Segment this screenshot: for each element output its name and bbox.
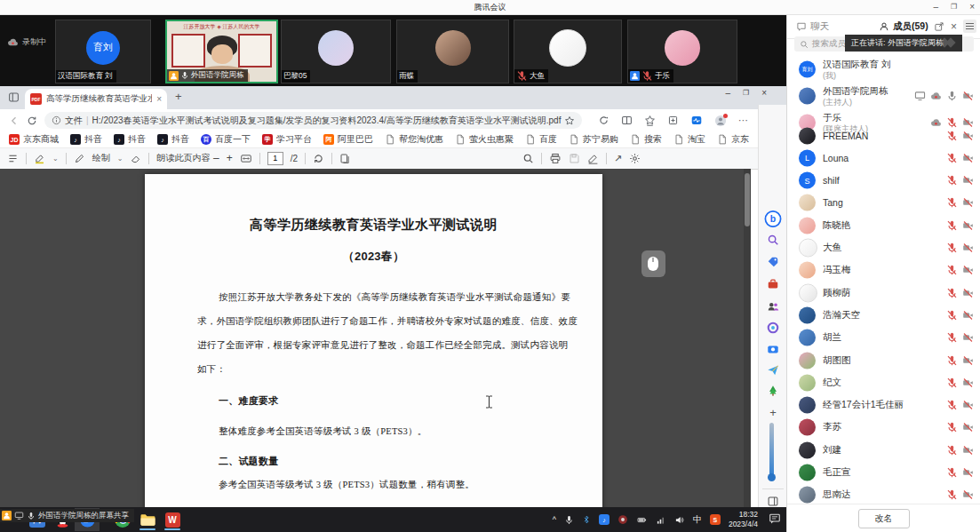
- people-icon[interactable]: [767, 300, 779, 313]
- panel-menu-icon[interactable]: [963, 20, 976, 33]
- taskbar-wps[interactable]: W: [160, 508, 185, 531]
- browser-menu-icon[interactable]: ⋯: [738, 115, 749, 126]
- member-row[interactable]: 育刘汉语国际教育 刘(我): [787, 56, 980, 83]
- member-row[interactable]: FREEMAN: [787, 124, 980, 147]
- ime-indicator[interactable]: 中: [693, 513, 702, 526]
- info-icon[interactable]: [52, 115, 61, 125]
- favorite-item[interactable]: 萤火虫惠聚: [455, 133, 514, 146]
- favorite-item[interactable]: ♪抖音: [114, 133, 146, 146]
- favorite-item[interactable]: 京东: [717, 133, 749, 146]
- toc-icon[interactable]: [7, 153, 19, 164]
- member-row[interactable]: 经管17会计1毛佳丽: [787, 394, 980, 417]
- rotate-icon[interactable]: [313, 153, 324, 164]
- favorite-item[interactable]: 阿阿里巴巴: [323, 133, 373, 146]
- zoom-out-icon[interactable]: –: [213, 152, 219, 164]
- favorite-star-icon[interactable]: [564, 115, 575, 126]
- eraser-icon[interactable]: [130, 153, 141, 164]
- member-row[interactable]: 思南达: [787, 484, 980, 504]
- system-tray[interactable]: ^♪中S18:322023/4/4: [553, 507, 758, 532]
- favorite-item[interactable]: JD京东商城: [9, 133, 59, 146]
- page-number-input[interactable]: [267, 152, 283, 165]
- browser-minimize-button[interactable]: –: [725, 89, 730, 98]
- toolbox-icon[interactable]: [767, 278, 779, 290]
- favorite-item[interactable]: 帮您淘优惠: [385, 133, 443, 146]
- favorites-icon[interactable]: [644, 115, 656, 126]
- add-icon[interactable]: +: [769, 406, 777, 419]
- page-view-icon[interactable]: [339, 153, 351, 164]
- favorite-item[interactable]: 苏宁易购: [569, 133, 618, 146]
- expand-icon[interactable]: ↗: [614, 153, 622, 164]
- video-thumbnail[interactable]: 江苏开放大学 ◈ 江苏人民的大学外国语学院周栋: [165, 20, 278, 83]
- browser-close-button[interactable]: ×: [761, 89, 767, 98]
- profile-avatar[interactable]: [714, 115, 727, 127]
- print-icon[interactable]: [549, 153, 562, 164]
- drop-icon[interactable]: [767, 364, 779, 377]
- taskbar-explorer[interactable]: [135, 508, 160, 531]
- fit-width-icon[interactable]: [240, 153, 252, 164]
- favorite-item[interactable]: ♪抖音: [70, 133, 102, 146]
- bing-chat-icon[interactable]: b: [764, 210, 783, 228]
- highlighter-icon[interactable]: [34, 153, 45, 164]
- shopping-icon[interactable]: [767, 256, 779, 268]
- favorite-item[interactable]: 百百度一下: [201, 133, 251, 146]
- split-screen-icon[interactable]: [621, 115, 633, 126]
- search-icon[interactable]: [767, 234, 779, 246]
- member-row[interactable]: 胡图图: [787, 349, 980, 371]
- draw-icon[interactable]: [74, 153, 85, 164]
- tab-chat[interactable]: 聊天: [796, 15, 829, 38]
- highlighter-dropdown-icon[interactable]: ⌄: [52, 155, 59, 163]
- new-tab-button[interactable]: +: [175, 90, 182, 103]
- meeting-minimize-button[interactable]: –: [933, 3, 938, 12]
- refresh-icon[interactable]: [27, 115, 37, 126]
- pdf-scrollbar[interactable]: [744, 169, 751, 520]
- member-row[interactable]: 李苏: [787, 417, 980, 439]
- sidebar-slider[interactable]: [769, 423, 774, 478]
- pdf-settings-icon[interactable]: [629, 153, 641, 164]
- browser-restore-button[interactable]: ❐: [743, 90, 749, 97]
- meeting-close-button[interactable]: ×: [969, 3, 975, 12]
- pdf-viewer[interactable]: 高等学历继续教育英语学业水平测试说明 （2023春） 按照江苏开放大学教务处下发…: [0, 169, 751, 520]
- read-aloud-label[interactable]: 朗读此页内容: [156, 152, 210, 164]
- member-row[interactable]: 顾柳荫: [787, 282, 980, 304]
- annotate-icon[interactable]: [587, 153, 599, 164]
- tree-icon[interactable]: [767, 385, 779, 397]
- address-bar[interactable]: 文件 | H:/2023春英语学业水平测试考试说明及复习题集/发学员的复习资料2…: [44, 112, 582, 129]
- member-row[interactable]: 胡兰: [787, 327, 980, 349]
- collections-icon[interactable]: [667, 115, 679, 126]
- video-thumbnail[interactable]: 雨蝶: [396, 20, 509, 83]
- video-thumbnail[interactable]: 育刘汉语国际教育 刘: [55, 20, 151, 83]
- zoom-in-icon[interactable]: +: [227, 152, 233, 164]
- favorite-item[interactable]: 百度: [525, 133, 557, 146]
- designer-icon[interactable]: [767, 322, 779, 334]
- meeting-maximize-button[interactable]: ❐: [951, 4, 957, 11]
- favorite-item[interactable]: 搜索: [630, 133, 662, 146]
- member-row[interactable]: Tang: [787, 192, 980, 214]
- member-row[interactable]: 大鱼: [787, 237, 980, 259]
- member-list[interactable]: 育刘汉语国际教育 刘(我)外国语学院周栋(主持人)于乐(联席主持人)FREEMA…: [787, 56, 980, 504]
- member-row[interactable]: 毛正宣: [787, 462, 980, 484]
- member-row[interactable]: Sshilf: [787, 170, 980, 192]
- member-row[interactable]: 陈晓艳: [787, 214, 980, 236]
- popout-icon[interactable]: [934, 21, 944, 32]
- favorite-item[interactable]: 淘宝: [673, 133, 705, 146]
- save-icon[interactable]: [569, 153, 580, 164]
- favorite-item[interactable]: ♪抖音: [157, 133, 189, 146]
- pdf-search-icon[interactable]: [522, 153, 534, 164]
- panel-close-icon[interactable]: ×: [951, 20, 957, 33]
- favorite-item[interactable]: 学学习平台: [262, 133, 312, 146]
- screenshot-icon[interactable]: [767, 343, 779, 355]
- draw-dropdown-icon[interactable]: ⌄: [117, 155, 123, 163]
- read-aloud-icon[interactable]: [598, 115, 610, 126]
- member-row[interactable]: 冯玉梅: [787, 259, 980, 282]
- browser-tab[interactable]: PDF 高等学历继续教育英语学业水平... ×: [25, 89, 167, 109]
- video-thumbnail[interactable]: 巴黎05: [281, 20, 391, 83]
- draw-label[interactable]: 绘制: [92, 152, 110, 164]
- member-row[interactable]: 浩瀚天空: [787, 304, 980, 326]
- member-row[interactable]: 外国语学院周栋(主持人): [787, 83, 980, 109]
- tab-workspaces-icon[interactable]: [8, 91, 20, 103]
- member-row[interactable]: 纪文: [787, 371, 980, 393]
- taskbar-clock[interactable]: 18:322023/4/4: [729, 510, 758, 528]
- video-thumbnail[interactable]: 大鱼: [514, 20, 622, 83]
- member-row[interactable]: LLouna: [787, 147, 980, 169]
- tab-close-icon[interactable]: ×: [156, 94, 162, 104]
